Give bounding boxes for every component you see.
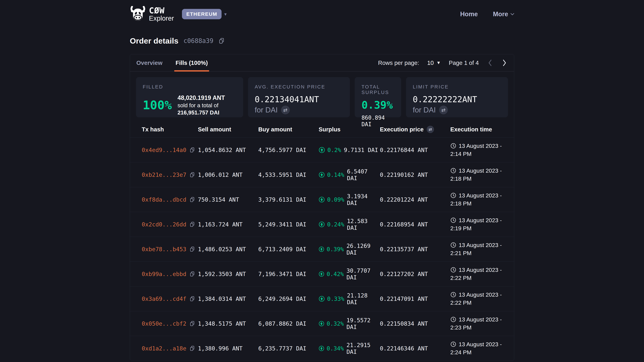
surplus-percent: 0.32%	[327, 320, 344, 327]
next-page-button[interactable]	[501, 59, 508, 67]
clock-icon	[450, 292, 456, 298]
copy-tx-hash-button[interactable]	[189, 346, 195, 351]
app-header: CØW Explorer ETHEREUM ▾ Home More	[0, 0, 644, 28]
tx-hash-link[interactable]: 0xd1a2...a18e	[142, 345, 186, 352]
swap-price-icon[interactable]: ⇄	[439, 106, 448, 114]
swap-price-icon[interactable]: ⇄	[281, 106, 290, 114]
filled-amount: 48,020.1919 ANT	[178, 94, 236, 102]
surplus-cell: 0.14% 6.5407 DAI	[319, 168, 380, 182]
execution-time-cell: 13 August 2023 - 2:22 PM	[450, 291, 512, 307]
clock-icon	[450, 217, 456, 223]
table-row: 0xbe78...b453 1,486.0253 ANT 6,713.2409 …	[130, 237, 514, 261]
surplus-percent: 0.33%	[327, 296, 344, 302]
surplus-up-icon	[319, 345, 324, 352]
network-badge[interactable]: ETHEREUM	[182, 9, 222, 19]
col-execution-price: Execution price ⇄	[380, 126, 450, 133]
execution-time-cell: 13 August 2023 - 2:18 PM	[450, 167, 512, 183]
tx-hash-link[interactable]: 0x2cd0...26dd	[142, 221, 186, 228]
filled-percent: 100%	[143, 98, 172, 112]
page-info: Page 1 of 4	[449, 59, 479, 66]
execution-time-cell: 13 August 2023 - 2:19 PM	[450, 216, 512, 232]
nav-more[interactable]: More	[493, 10, 514, 18]
sell-amount-cell: 1,384.0314 ANT	[198, 296, 258, 302]
tx-hash-link[interactable]: 0x3a69...cd4f	[142, 296, 186, 302]
rows-per-page-label: Rows per page:	[378, 59, 419, 66]
filled-content: 100% 48,020.1919 ANT sold for a total of…	[143, 94, 236, 116]
filled-lines: 48,020.1919 ANT sold for a total of 216,…	[178, 94, 236, 116]
copy-tx-hash-button[interactable]	[189, 197, 195, 202]
sell-amount-cell: 1,006.012 ANT	[198, 171, 258, 178]
col-buy-amount: Buy amount	[258, 126, 319, 133]
surplus-cell: 0.39% 26.1269 DAI	[319, 243, 380, 256]
buy-amount-cell: 7,196.3471 DAI	[258, 271, 319, 277]
buy-amount-cell: 6,713.2409 DAI	[258, 246, 319, 253]
copy-tx-hash-button[interactable]	[189, 147, 195, 153]
execution-price-cell: 0.22190162 ANT	[380, 171, 450, 178]
tx-hash-link[interactable]: 0x050e...cbf2	[142, 320, 186, 327]
tab-overview[interactable]: Overview	[136, 54, 162, 71]
execution-price-cell: 0.22201224 ANT	[380, 196, 450, 203]
execution-time-text: 13 August 2023 - 2:24 PM	[450, 341, 502, 356]
limit-price-quote: for DAI	[413, 106, 436, 114]
copy-icon	[189, 172, 195, 178]
tx-hash-link[interactable]: 0xb21e...23e7	[142, 171, 186, 178]
tx-hash-link[interactable]: 0xf8da...dbcd	[142, 196, 186, 203]
surplus-up-icon	[319, 147, 325, 153]
nav-home[interactable]: Home	[460, 10, 478, 18]
copy-icon	[189, 321, 195, 327]
tab-fills[interactable]: Fills (100%)	[176, 54, 208, 71]
surplus-up-icon	[319, 221, 325, 228]
tx-hash-link[interactable]: 0xb99a...ebbd	[142, 271, 186, 277]
fills-panel: Overview Fills (100%) Rows per page: 10 …	[130, 54, 514, 361]
sell-amount-cell: 1,163.724 ANT	[198, 221, 258, 228]
execution-time-cell: 13 August 2023 - 2:22 PM	[450, 266, 512, 282]
surplus-percent: 0.14%	[327, 171, 344, 178]
execution-price-cell: 0.22127202 ANT	[380, 271, 450, 277]
copy-tx-hash-button[interactable]	[189, 172, 195, 178]
nav-more-label: More	[493, 10, 508, 18]
execution-time-cell: 13 August 2023 - 2:18 PM	[450, 192, 512, 207]
surplus-up-icon	[319, 196, 325, 203]
logo[interactable]: CØW Explorer	[130, 6, 174, 22]
execution-time-cell: 13 August 2023 - 2:23 PM	[450, 316, 512, 332]
sell-amount-cell: 1,380.996 ANT	[198, 345, 258, 352]
execution-price-cell: 0.22147091 ANT	[380, 296, 450, 302]
table-header-row: Tx hash Sell amount Buy amount Surplus E…	[130, 121, 514, 137]
avg-price-sub: for DAI ⇄	[255, 106, 343, 114]
tx-hash-link[interactable]: 0xbe78...b453	[142, 246, 186, 253]
rows-per-page-select[interactable]: 10 ▼	[427, 59, 441, 66]
copy-icon	[189, 222, 195, 227]
surplus-cell: 0.42% 30.7707 DAI	[319, 267, 380, 281]
copy-tx-hash-button[interactable]	[189, 246, 195, 252]
copy-tx-hash-button[interactable]	[189, 321, 195, 327]
copy-tx-hash-button[interactable]	[189, 271, 195, 277]
card-total-surplus: TOTAL SURPLUS 0.39% 860.894 DAI	[355, 77, 401, 117]
col-execution-time: Execution time	[450, 126, 508, 133]
surplus-cell: 0.32% 19.5572 DAI	[319, 317, 380, 330]
execution-price-cell: 0.22135737 ANT	[380, 246, 450, 253]
network-selector[interactable]: ETHEREUM ▾	[182, 9, 226, 19]
table-row: 0xf8da...dbcd 750.3154 ANT 3,379.6131 DA…	[130, 187, 514, 212]
fills-table: Tx hash Sell amount Buy amount Surplus E…	[130, 121, 514, 361]
surplus-amount: 3.1934 DAI	[347, 193, 380, 206]
copy-tx-hash-button[interactable]	[189, 296, 195, 302]
prev-page-button[interactable]	[487, 59, 493, 67]
limit-price-label: LIMIT PRICE	[413, 84, 501, 90]
buy-amount-cell: 6,249.2694 DAI	[258, 296, 319, 302]
table-row: 0x4ed9...14a0 1,054.8632 ANT 4,756.5977 …	[130, 137, 514, 162]
copy-tx-hash-button[interactable]	[189, 222, 195, 227]
table-body: 0x4ed9...14a0 1,054.8632 ANT 4,756.5977 …	[130, 137, 514, 361]
copy-order-id-button[interactable]	[218, 38, 225, 44]
surplus-amount: 12.583 DAI	[347, 218, 380, 231]
tx-hash-link[interactable]: 0x4ed9...14a0	[142, 147, 186, 153]
title-row: Order details c0688a39	[130, 36, 514, 45]
tx-hash-cell: 0xb21e...23e7	[142, 171, 198, 178]
card-filled: FILLED 100% 48,020.1919 ANT sold for a t…	[136, 77, 243, 117]
surplus-percent: 0.39%	[327, 246, 344, 253]
execution-time-text: 13 August 2023 - 2:22 PM	[450, 267, 502, 281]
filled-total: sold for a total of 216,951.757 DAI	[178, 102, 236, 116]
surplus-up-icon	[319, 296, 325, 302]
execution-time-cell: 13 August 2023 - 2:21 PM	[450, 241, 512, 257]
buy-amount-cell: 3,379.6131 DAI	[258, 196, 319, 203]
swap-price-icon[interactable]: ⇄	[427, 126, 434, 133]
